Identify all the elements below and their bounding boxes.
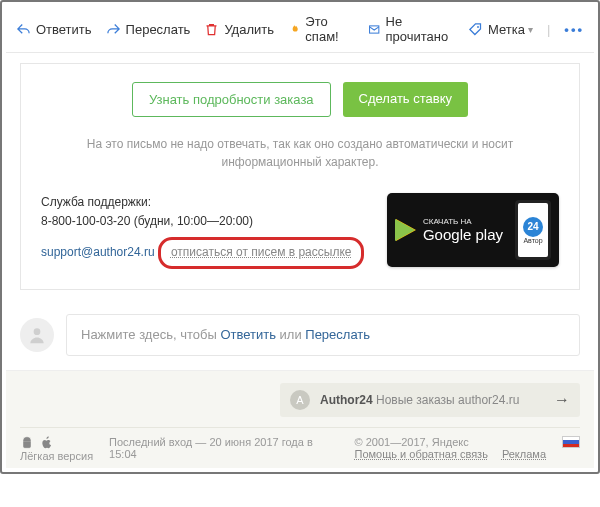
forward-icon <box>106 22 121 37</box>
quick-forward-link[interactable]: Переслать <box>305 327 370 342</box>
forward-button[interactable]: Переслать <box>106 22 191 37</box>
support-phone: 8-800-100-03-20 (будни, 10:00—20:00) <box>41 212 364 231</box>
last-login-text: Последний вход — 20 июня 2017 года в 15:… <box>109 436 338 460</box>
google-play-badge[interactable]: СКАЧАТЬ НА Google play 24 Автор <box>387 193 559 267</box>
notification-badge: A <box>290 390 310 410</box>
reply-button[interactable]: Ответить <box>16 22 92 37</box>
phone-mockup: 24 Автор <box>515 200 551 260</box>
reply-icon <box>16 22 31 37</box>
tag-icon <box>468 22 483 37</box>
google-play-icon <box>395 219 415 241</box>
envelope-icon <box>368 22 380 37</box>
toolbar-separator: | <box>547 22 550 37</box>
spam-button[interactable]: Это спам! <box>288 14 354 44</box>
auto-reply-note: На это письмо не надо отвечать, так как … <box>41 135 559 171</box>
more-button[interactable]: ••• <box>564 22 584 37</box>
light-version-link[interactable]: Лёгкая версия <box>20 450 93 462</box>
svg-point-2 <box>34 328 41 335</box>
help-link[interactable]: Помощь и обратная связь <box>355 448 488 460</box>
avatar <box>20 318 54 352</box>
platform-icons <box>20 436 93 450</box>
support-title: Служба поддержки: <box>41 193 364 212</box>
order-details-button[interactable]: Узнать подробности заказа <box>132 82 331 117</box>
toolbar: Ответить Переслать Удалить Это спам! Не … <box>6 6 594 53</box>
android-icon[interactable] <box>20 436 34 450</box>
fire-icon <box>288 22 300 37</box>
copyright-text: © 2001—2017, Яндекс <box>355 436 546 448</box>
trash-icon <box>204 22 219 37</box>
label-button[interactable]: Метка ▾ <box>468 22 533 37</box>
arrow-right-icon[interactable]: → <box>554 391 570 409</box>
apple-icon[interactable] <box>40 436 54 450</box>
unread-button[interactable]: Не прочитано <box>368 14 454 44</box>
russia-flag-icon[interactable] <box>562 436 580 448</box>
chevron-down-icon: ▾ <box>528 24 533 35</box>
email-panel: Узнать подробности заказа Сделать ставку… <box>20 63 580 290</box>
ads-link[interactable]: Реклама <box>502 448 546 460</box>
quick-reply-link[interactable]: Ответить <box>220 327 276 342</box>
quick-reply-input[interactable]: Нажмите здесь, чтобы Ответить или Пересл… <box>66 314 580 356</box>
unsubscribe-link[interactable]: отписаться от писем в рассылке <box>171 245 352 259</box>
notification-bar[interactable]: A Author24 Новые заказы author24.ru → <box>280 383 580 417</box>
delete-button[interactable]: Удалить <box>204 22 274 37</box>
support-email-link[interactable]: support@author24.ru <box>41 245 155 259</box>
unsubscribe-highlight: отписаться от писем в рассылке <box>158 237 365 268</box>
svg-point-1 <box>477 26 479 28</box>
person-icon <box>27 325 47 345</box>
place-bid-button[interactable]: Сделать ставку <box>343 82 468 117</box>
support-block: Служба поддержки: 8-800-100-03-20 (будни… <box>41 193 364 269</box>
